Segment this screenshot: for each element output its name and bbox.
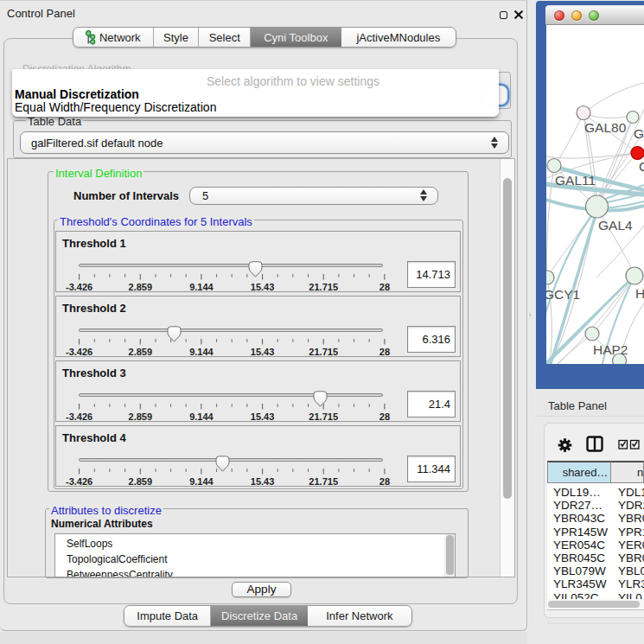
svg-text:GAL80: GAL80: [584, 120, 627, 135]
svg-text:28: 28: [379, 476, 390, 487]
svg-text:9.144: 9.144: [189, 411, 214, 422]
svg-text:21.715: 21.715: [309, 411, 338, 422]
svg-text:21.715: 21.715: [309, 347, 338, 357]
svg-text:GAL11: GAL11: [555, 173, 596, 188]
svg-text:HAP2: HAP2: [593, 342, 628, 357]
svg-text:2.859: 2.859: [129, 476, 153, 487]
svg-text:9.144: 9.144: [189, 476, 214, 487]
svg-text:-3.426: -3.426: [66, 476, 92, 487]
svg-text:15.43: 15.43: [251, 282, 275, 292]
svg-text:H: H: [635, 286, 644, 301]
svg-text:9.144: 9.144: [189, 347, 214, 357]
svg-text:GA: GA: [634, 126, 644, 141]
svg-text:2.859: 2.859: [129, 411, 153, 422]
svg-text:-3.426: -3.426: [66, 282, 92, 292]
svg-text:21.715: 21.715: [309, 282, 338, 292]
svg-text:-3.426: -3.426: [66, 347, 92, 357]
svg-text:28: 28: [379, 411, 390, 422]
svg-text:28: 28: [379, 347, 390, 357]
svg-text:21.715: 21.715: [309, 476, 338, 487]
svg-text:C: C: [639, 159, 644, 174]
svg-text:9.144: 9.144: [189, 282, 214, 292]
svg-text:2.859: 2.859: [129, 282, 153, 292]
svg-text:GCY1: GCY1: [546, 287, 580, 302]
svg-text:15.43: 15.43: [251, 476, 275, 487]
svg-text:15.43: 15.43: [251, 347, 275, 357]
svg-text:15.43: 15.43: [251, 411, 275, 422]
svg-text:2.859: 2.859: [129, 347, 153, 357]
svg-text:-3.426: -3.426: [66, 411, 92, 422]
svg-text:28: 28: [379, 282, 390, 292]
svg-text:GAL4: GAL4: [598, 218, 633, 233]
